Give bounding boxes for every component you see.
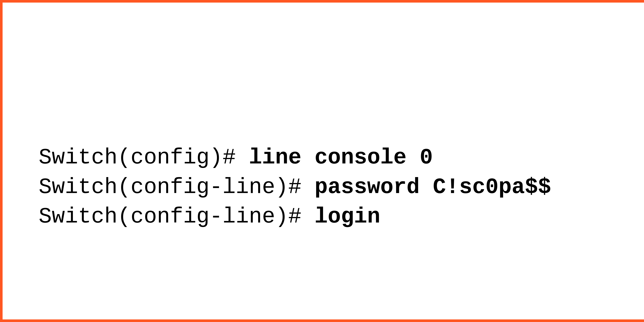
terminal-command: login bbox=[314, 204, 380, 229]
terminal-prompt: Switch(config)# bbox=[39, 145, 249, 170]
terminal-line: Switch(config-line)# login bbox=[39, 202, 551, 232]
terminal-command: line console 0 bbox=[249, 145, 433, 170]
terminal-output: Switch(config)# line console 0 Switch(co… bbox=[39, 143, 551, 232]
terminal-prompt: Switch(config-line)# bbox=[39, 204, 314, 229]
document-frame: P I V • I T Switch(config)# line console… bbox=[0, 0, 644, 322]
terminal-line: Switch(config)# line console 0 bbox=[39, 143, 551, 172]
terminal-command: password C!sc0pa$$ bbox=[314, 175, 551, 200]
terminal-prompt: Switch(config-line)# bbox=[39, 175, 314, 200]
terminal-line: Switch(config-line)# password C!sc0pa$$ bbox=[39, 172, 551, 202]
